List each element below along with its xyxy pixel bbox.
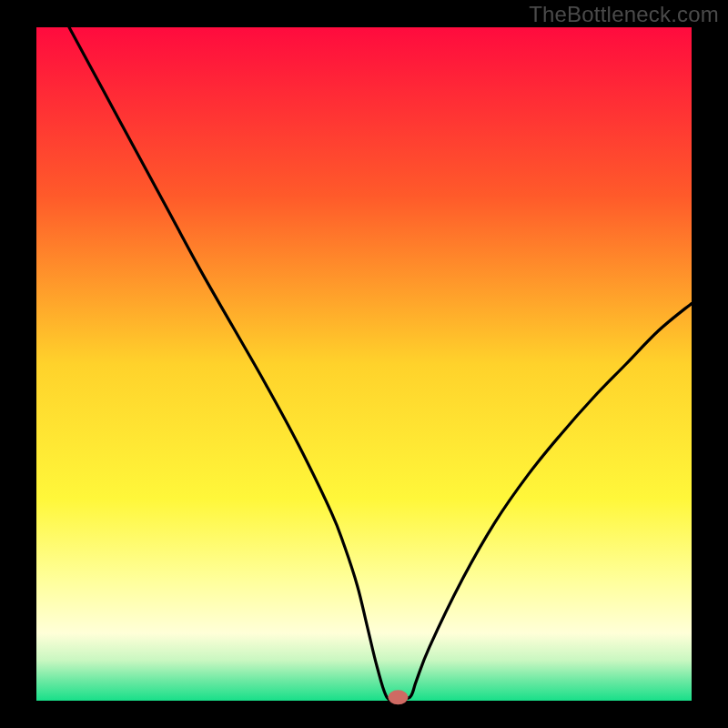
chart-stage: TheBottleneck.com (0, 0, 728, 728)
optimal-marker (388, 690, 408, 704)
attribution-text: TheBottleneck.com (529, 2, 719, 27)
bottleneck-chart (0, 0, 728, 728)
plot-area (36, 27, 692, 701)
